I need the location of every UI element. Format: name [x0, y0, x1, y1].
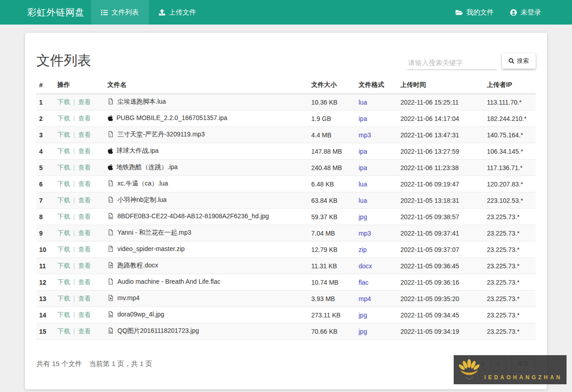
search-input[interactable]	[407, 55, 496, 70]
download-link[interactable]: 下载	[57, 180, 70, 187]
uploader-ip: 23.225.73.*	[484, 258, 536, 274]
format-link[interactable]: ipa	[359, 115, 367, 122]
file-word-icon: W	[107, 261, 114, 270]
card-head: 文件列表 搜索	[36, 47, 536, 70]
view-link[interactable]: 查看	[78, 131, 91, 138]
svg-text:♪: ♪	[110, 231, 111, 234]
view-link[interactable]: 查看	[78, 229, 91, 236]
login-status-link[interactable]: 未登录	[510, 8, 541, 17]
file-format-cell: lua	[356, 192, 398, 209]
view-link[interactable]: 查看	[78, 213, 91, 220]
row-index: 14	[36, 307, 55, 323]
format-link[interactable]: mp3	[359, 131, 371, 139]
format-link[interactable]: lua	[359, 181, 367, 188]
download-link[interactable]: 下载	[57, 213, 70, 220]
file-name-cell: video_spider-master.zip	[105, 241, 309, 258]
download-link[interactable]: 下载	[57, 229, 70, 236]
file-name-cell: 地铁跑酷（连跳）.ipa	[105, 160, 309, 176]
file-name-cell: ♪三寸天堂-严艺丹-3209119.mp3	[105, 127, 309, 143]
table-row: 13下载|查看mv.mp43.93 MBmp42022-11-05 09:35:…	[36, 291, 536, 307]
upload-time: 2022-11-05 09:38:57	[398, 209, 484, 225]
download-link[interactable]: 下载	[57, 115, 70, 122]
row-actions: 下载|查看	[55, 176, 105, 192]
format-link[interactable]: ipa	[359, 148, 367, 155]
format-link[interactable]: docx	[359, 262, 372, 270]
view-link[interactable]: 查看	[78, 262, 91, 269]
row-actions: 下载|查看	[55, 258, 105, 274]
file-name: Yanni - 和兰花在一起.mp3	[117, 229, 191, 236]
table-header-row: #操作文件名文件大小文件格式上传时间上传者IP	[36, 76, 536, 94]
file-audio-icon: ♪	[107, 229, 114, 237]
download-link[interactable]: 下载	[57, 262, 70, 269]
action-separator: |	[70, 295, 78, 302]
view-link[interactable]: 查看	[78, 196, 91, 204]
uploader-ip: 106.34.145.*	[484, 143, 536, 160]
file-name: Audio machine - Breath And Life.flac	[117, 278, 220, 285]
format-link[interactable]: lua	[359, 197, 367, 204]
format-link[interactable]: mp3	[359, 230, 371, 237]
upload-time: 2022-11-05 09:34:45	[398, 307, 484, 323]
format-link[interactable]: lua	[359, 99, 367, 106]
download-link[interactable]: 下载	[57, 327, 70, 335]
download-link[interactable]: 下载	[57, 164, 70, 171]
column-header: 文件名	[105, 76, 309, 94]
main-nav: 文件列表 上传文件	[91, 0, 206, 25]
svg-text:♪: ♪	[110, 281, 111, 283]
format-link[interactable]: mp4	[359, 295, 371, 302]
screen: 彩虹外链网盘 文件列表 上传文件 我的文件 未登录 文件列表	[0, 0, 572, 392]
file-size: 12.79 KB	[309, 241, 356, 258]
search-area: 搜索	[407, 53, 536, 70]
file-image-icon	[107, 311, 114, 319]
uploader-ip: 23.225.73.*	[484, 274, 536, 291]
view-link[interactable]: 查看	[78, 98, 91, 106]
svg-text:</>: </>	[109, 199, 112, 201]
uploader-ip: 23.225.73.*	[484, 209, 536, 225]
view-link[interactable]: 查看	[78, 278, 91, 286]
tab-file-list[interactable]: 文件列表	[91, 0, 149, 25]
file-image-icon	[107, 327, 114, 336]
upload-time: 2022-11-06 15:25:11	[398, 94, 484, 111]
uploader-ip: 182.244.210.*	[484, 111, 536, 127]
file-code-icon: </>	[107, 196, 114, 205]
file-format-cell: docx	[356, 258, 398, 274]
view-link[interactable]: 查看	[78, 246, 91, 253]
search-button[interactable]: 搜索	[502, 53, 536, 69]
download-link[interactable]: 下载	[57, 246, 70, 253]
upload-icon	[159, 9, 165, 15]
column-header: 文件格式	[356, 76, 398, 94]
format-link[interactable]: jpg	[359, 328, 367, 335]
format-link[interactable]: zip	[359, 246, 367, 253]
format-link[interactable]: jpg	[359, 213, 367, 221]
upload-time: 2022-11-06 14:17:04	[398, 111, 484, 127]
column-header: 操作	[55, 76, 105, 94]
table-row: 4下载|查看球球大作战.ipa147.88 MBipa2022-11-06 13…	[36, 143, 536, 160]
format-link[interactable]: jpg	[359, 312, 367, 319]
file-name: 地铁跑酷（连跳）.ipa	[116, 163, 178, 171]
table-row: 1下载|查看</>尘埃逃跑脚本.lua10.36 KBlua2022-11-06…	[36, 94, 536, 111]
view-link[interactable]: 查看	[78, 180, 91, 187]
format-link[interactable]: ipa	[359, 164, 367, 171]
view-link[interactable]: 查看	[78, 327, 91, 335]
download-link[interactable]: 下载	[57, 98, 70, 106]
download-link[interactable]: 下载	[57, 147, 70, 155]
download-link[interactable]: 下载	[57, 131, 70, 138]
download-link[interactable]: 下载	[57, 295, 70, 302]
format-link[interactable]: flac	[359, 279, 369, 286]
file-format-cell: lua	[356, 176, 398, 192]
file-name-cell: </>xc.牛逼（ca）.lua	[105, 176, 309, 192]
view-link[interactable]: 查看	[78, 164, 91, 171]
download-link[interactable]: 下载	[57, 196, 70, 204]
view-link[interactable]: 查看	[78, 311, 91, 318]
view-link[interactable]: 查看	[78, 115, 91, 122]
file-format-cell: jpg	[356, 209, 398, 225]
download-link[interactable]: 下载	[57, 278, 70, 286]
download-link[interactable]: 下载	[57, 311, 70, 318]
brand-title: 彩虹外链网盘	[27, 0, 85, 25]
tab-upload-file[interactable]: 上传文件	[149, 0, 206, 25]
view-link[interactable]: 查看	[78, 147, 91, 155]
my-files-link[interactable]: 我的文件	[456, 8, 494, 17]
file-name: dora09wp_4l.jpg	[117, 311, 164, 318]
upload-time: 2022-11-06 13:27:59	[398, 143, 484, 160]
file-name: 小羽神nb定制.lua	[117, 196, 167, 203]
view-link[interactable]: 查看	[78, 295, 91, 302]
